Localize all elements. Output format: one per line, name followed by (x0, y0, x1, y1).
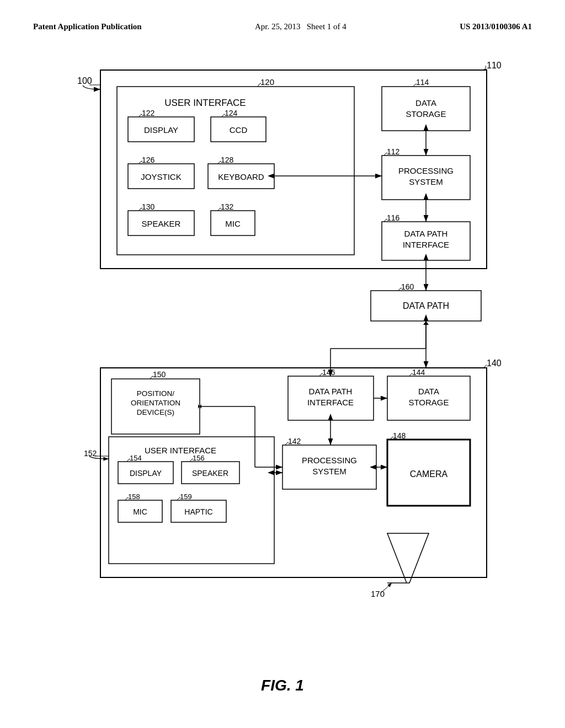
display-bot-label: DISPLAY (130, 469, 162, 478)
position-label1: POSITION/ (137, 389, 175, 398)
header-sheet: Sheet 1 of 4 (307, 22, 347, 31)
ref-122: 122 (142, 109, 155, 117)
processing-system-top-label2: SYSTEM (409, 177, 443, 186)
data-path-interface-bot-label2: INTERFACE (307, 398, 354, 407)
ref-100: 100 (77, 76, 92, 85)
haptic-label: HAPTIC (184, 507, 212, 516)
data-path-label: DATA PATH (403, 301, 449, 311)
ccd-label: CCD (230, 125, 248, 135)
data-storage-top-label1: DATA (415, 98, 436, 108)
ref-112: 112 (387, 147, 400, 156)
figure-label: FIG. 1 (0, 677, 565, 694)
ref-116: 116 (387, 213, 400, 222)
ref-144: 144 (412, 368, 425, 377)
ref-148: 148 (393, 431, 406, 440)
header-date: Apr. 25, 2013 (255, 22, 301, 31)
camera-label: CAMERA (410, 469, 448, 479)
ref-150: 150 (153, 370, 166, 379)
processing-system-bot-label2: SYSTEM (312, 467, 347, 476)
ref-158: 158 (128, 493, 140, 501)
ref-130: 130 (142, 202, 155, 211)
speaker-top-label: SPEAKER (142, 219, 181, 228)
ref-140: 140 (487, 358, 502, 368)
ref-110: 110 (487, 61, 502, 70)
position-label3: DEVICE(S) (137, 408, 174, 416)
figure-1-svg: 110 100 120 USER INTERFACE DISPLAY 122 C… (45, 53, 520, 660)
ref-146: 146 (322, 368, 335, 377)
ref-128: 128 (221, 156, 234, 164)
data-path-interface-top-label2: INTERFACE (403, 240, 449, 249)
ref-132: 132 (221, 202, 234, 211)
ref-160: 160 (401, 282, 414, 291)
data-path-interface-top-label1: DATA PATH (404, 229, 448, 238)
patent-header: Patent Application Publication Apr. 25, … (0, 0, 565, 42)
ref-159: 159 (180, 493, 192, 501)
ref-156: 156 (193, 454, 205, 462)
diagram-area: 110 100 120 USER INTERFACE DISPLAY 122 C… (0, 42, 565, 671)
ref-142: 142 (288, 437, 301, 446)
ui-label-top: USER INTERFACE (164, 98, 246, 108)
display-label: DISPLAY (144, 125, 178, 135)
position-label2: ORIENTATION (131, 399, 180, 407)
ref-170: 170 (371, 589, 385, 598)
data-storage-top-label2: STORAGE (406, 109, 446, 119)
ref-114: 114 (416, 78, 429, 87)
mic-bot-label: MIC (133, 507, 147, 516)
processing-system-bot-label1: PROCESSING (302, 456, 357, 465)
header-left: Patent Application Publication (33, 22, 142, 31)
header-right: US 2013/0100306 A1 (460, 22, 532, 31)
joystick-label: JOYSTICK (141, 172, 181, 181)
keyboard-label: KEYBOARD (218, 172, 264, 181)
data-storage-bot-label2: STORAGE (408, 398, 449, 407)
svg-marker-44 (423, 321, 429, 325)
ref-120: 120 (260, 77, 274, 87)
mic-top-label: MIC (225, 219, 241, 228)
data-path-interface-bot-label1: DATA PATH (309, 387, 353, 396)
ui-label-bot: USER INTERFACE (145, 446, 216, 455)
ref-154: 154 (130, 454, 142, 462)
svg-marker-39 (387, 533, 429, 583)
ref-124: 124 (225, 109, 238, 117)
speaker-bot-label: SPEAKER (192, 469, 228, 478)
ref-126: 126 (142, 156, 155, 164)
svg-rect-14 (382, 87, 470, 131)
processing-system-top-label1: PROCESSING (398, 166, 454, 175)
header-center: Apr. 25, 2013 Sheet 1 of 4 (255, 22, 347, 31)
data-storage-bot-label1: DATA (418, 387, 439, 396)
